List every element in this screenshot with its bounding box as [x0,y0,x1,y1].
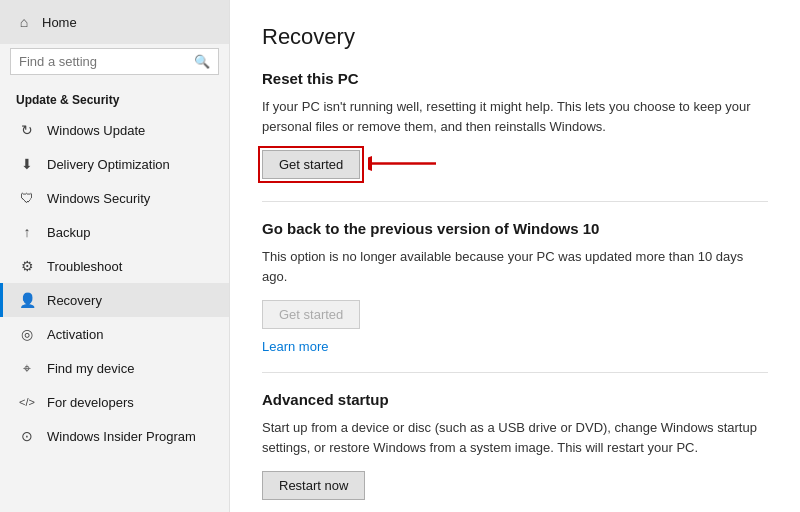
activation-icon: ◎ [19,326,35,342]
home-icon: ⌂ [16,14,32,30]
sidebar-search-box: 🔍 [10,48,219,75]
go-back-get-started-button: Get started [262,300,360,329]
sidebar-home[interactable]: ⌂ Home [0,0,229,44]
troubleshoot-icon: ⚙ [19,258,35,274]
advanced-startup-title: Advanced startup [262,391,768,408]
advanced-startup-section: Advanced startup Start up from a device … [262,391,768,500]
sidebar-item-activation[interactable]: ◎ Activation [0,317,229,351]
sidebar-home-label: Home [42,15,77,30]
sidebar-item-windows-security[interactable]: 🛡 Windows Security [0,181,229,215]
reset-pc-title: Reset this PC [262,70,768,87]
windows-insider-icon: ⊙ [19,428,35,444]
main-content: Recovery Reset this PC If your PC isn't … [230,0,800,512]
windows-update-icon: ↻ [19,122,35,138]
sidebar-item-label: Backup [47,225,90,240]
reset-get-started-button[interactable]: Get started [262,150,360,179]
search-input[interactable] [19,54,188,69]
divider-1 [262,201,768,202]
go-back-title: Go back to the previous version of Windo… [262,220,768,237]
sidebar-section-title: Update & Security [0,85,229,113]
sidebar-item-label: For developers [47,395,134,410]
sidebar-item-windows-update[interactable]: ↻ Windows Update [0,113,229,147]
delivery-optimization-icon: ⬇ [19,156,35,172]
sidebar-item-find-my-device[interactable]: ⌖ Find my device [0,351,229,385]
restart-now-button[interactable]: Restart now [262,471,365,500]
backup-icon: ↑ [19,224,35,240]
get-started-wrapper: Get started [262,150,360,179]
page-title: Recovery [262,24,768,50]
windows-security-icon: 🛡 [19,190,35,206]
divider-2 [262,372,768,373]
go-back-desc: This option is no longer available becau… [262,247,762,286]
sidebar-item-windows-insider[interactable]: ⊙ Windows Insider Program [0,419,229,453]
search-icon: 🔍 [194,54,210,69]
reset-pc-desc: If your PC isn't running well, resetting… [262,97,762,136]
sidebar-item-recovery[interactable]: 👤 Recovery [0,283,229,317]
learn-more-link[interactable]: Learn more [262,339,328,354]
for-developers-icon: </> [19,394,35,410]
go-back-section: Go back to the previous version of Windo… [262,220,768,354]
sidebar-item-label: Windows Insider Program [47,429,196,444]
sidebar: ⌂ Home 🔍 Update & Security ↻ Windows Upd… [0,0,230,512]
sidebar-item-label: Find my device [47,361,134,376]
sidebar-item-label: Activation [47,327,103,342]
sidebar-item-label: Windows Security [47,191,150,206]
sidebar-item-backup[interactable]: ↑ Backup [0,215,229,249]
sidebar-item-label: Windows Update [47,123,145,138]
sidebar-item-troubleshoot[interactable]: ⚙ Troubleshoot [0,249,229,283]
sidebar-item-for-developers[interactable]: </> For developers [0,385,229,419]
find-my-device-icon: ⌖ [19,360,35,376]
learn-more-wrapper: Learn more [262,339,768,354]
advanced-startup-desc: Start up from a device or disc (such as … [262,418,762,457]
sidebar-item-label: Delivery Optimization [47,157,170,172]
sidebar-item-delivery-optimization[interactable]: ⬇ Delivery Optimization [0,147,229,181]
sidebar-item-label: Recovery [47,293,102,308]
red-arrow-indicator [368,149,438,180]
sidebar-item-label: Troubleshoot [47,259,122,274]
recovery-icon: 👤 [19,292,35,308]
reset-pc-section: Reset this PC If your PC isn't running w… [262,70,768,183]
